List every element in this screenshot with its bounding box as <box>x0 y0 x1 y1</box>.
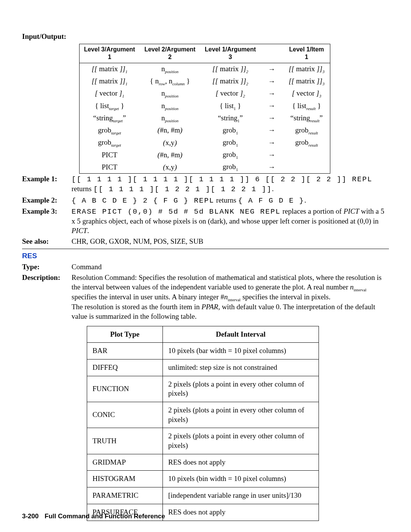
interval-cell: RES does not apply <box>163 454 319 471</box>
res-type-row: Type: Command <box>22 262 389 272</box>
example3-body: ERASE PICT (0,0) # 5d # 5d BLANK NEG REP… <box>72 207 389 235</box>
interval-cell: 2 pixels (plots a point in every other c… <box>163 428 319 454</box>
input-output-label: Input/Output: <box>22 32 72 42</box>
input-output-row: Input/Output: <box>22 32 389 42</box>
interval-th-default: Default Interval <box>163 326 319 343</box>
io-th-2: Level 2/Argument 2 <box>140 44 201 63</box>
seealso-text: CHR, GOR, GXOR, NUM, POS, SIZE, SUB <box>72 237 389 246</box>
page-footer: 3-200 Full Command and Function Referenc… <box>22 511 165 521</box>
seealso-row: See also: CHR, GOR, GXOR, NUM, POS, SIZE… <box>22 237 389 246</box>
example1-body: [[ 1 1 1 1 ][ 1 1 1 1 ][ 1 1 1 1 ]] 6 [[… <box>72 174 389 194</box>
io-th-arrow <box>260 44 283 63</box>
res-desc-p1: Resolution Command: Specifies the resolu… <box>72 273 382 301</box>
example2-label: Example 2: <box>22 196 72 205</box>
interval-cell: [independent variable range in user unit… <box>163 487 319 504</box>
res-desc-body: Resolution Command: Specifies the resolu… <box>72 273 389 321</box>
example1-code-line1: [[ 1 1 1 1 ][ 1 1 1 1 ][ 1 1 1 1 ]] 6 [[… <box>72 175 373 184</box>
res-desc-p2: The resolution is stored as the fourth i… <box>72 303 375 320</box>
example2-code2: { A F G D E } <box>238 197 304 205</box>
page-number: 3-200 <box>22 513 38 520</box>
interval-cell: 10 pixels (bin width = 10 pixel columns) <box>163 471 319 487</box>
footer-title: Full Command and Function Reference <box>45 513 165 520</box>
interval-cell: 2 pixels (plots a point in every other c… <box>163 376 319 402</box>
example1-label: Example 1: <box>22 174 72 184</box>
res-heading: RES <box>22 251 389 261</box>
res-type-value: Command <box>72 262 389 272</box>
page: Input/Output: Level 3/Argument 1 Level 2… <box>0 0 411 532</box>
interval-cell: unlimited: step size is not constrained <box>163 359 319 376</box>
example3-label: Example 3: <box>22 207 72 216</box>
res-type-label: Type: <box>22 262 72 272</box>
example2-code1: { A B C D E } 2 { F G } REPL <box>72 197 214 205</box>
example1-code-line2: [[ 1 1 1 1 ][ 1 2 2 1 ][ 1 2 2 1 ]] <box>94 185 272 193</box>
interval-th-plottype: Plot Type <box>87 326 163 343</box>
interval-cell: GRIDMAP <box>87 454 163 471</box>
io-table: Level 3/Argument 1 Level 2/Argument 2 Le… <box>79 44 330 174</box>
interval-cell: 10 pixels (bar width = 10 pixel columns) <box>163 343 319 359</box>
interval-cell: PARAMETRIC <box>87 487 163 504</box>
example2-body: { A B C D E } 2 { F G } REPL returns { A… <box>72 196 389 206</box>
io-th-1: Level 3/Argument 1 <box>80 44 140 63</box>
example1-returns: returns <box>72 185 94 193</box>
interval-cell: TRUTH <box>87 428 163 454</box>
example2-row: Example 2: { A B C D E } 2 { F G } REPL … <box>22 196 389 206</box>
example3-code: ERASE PICT (0,0) # 5d # 5d BLANK NEG REP… <box>72 208 280 216</box>
interval-cell: BAR <box>87 343 163 359</box>
seealso-label: See also: <box>22 237 72 246</box>
interval-cell: RES does not apply <box>163 504 319 521</box>
interval-cell: HISTOGRAM <box>87 471 163 487</box>
interval-cell: FUNCTION <box>87 376 163 402</box>
example1-row: Example 1: [[ 1 1 1 1 ][ 1 1 1 1 ][ 1 1 … <box>22 174 389 194</box>
example3-row: Example 3: ERASE PICT (0,0) # 5d # 5d BL… <box>22 207 389 235</box>
interval-cell: 2 pixels (plots a point in every other c… <box>163 402 319 428</box>
interval-table: Plot Type Default Interval BAR10 pixels … <box>87 326 319 521</box>
io-th-4: Level 1/Item 1 <box>283 44 330 63</box>
interval-cell: CONIC <box>87 402 163 428</box>
res-desc-label: Description: <box>22 273 72 283</box>
res-desc-row: Description: Resolution Command: Specifi… <box>22 273 389 321</box>
section-divider <box>22 249 389 249</box>
interval-cell: DIFFEQ <box>87 359 163 376</box>
io-th-3: Level 1/Argument 3 <box>200 44 260 63</box>
